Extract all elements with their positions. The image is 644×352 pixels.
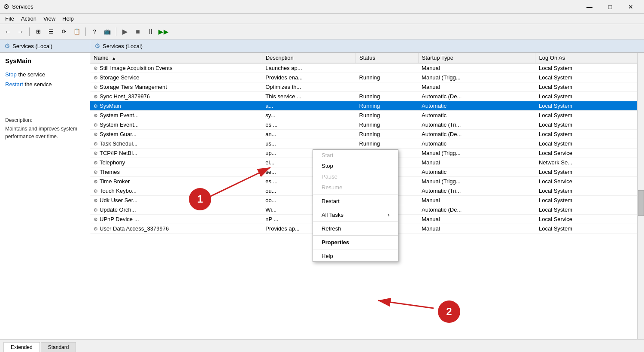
- title-bar: ⚙ Services — □ ✕: [0, 0, 644, 14]
- toolbar: ← → ⊞ ☰ ⟳ 📋 ? 📺 ▶ ■ ⏸ ▶▶: [0, 24, 644, 39]
- context-menu-separator: [313, 249, 398, 249]
- table-row[interactable]: ⚙SysMaina...RunningAutomaticLocal System: [90, 101, 637, 111]
- context-menu-item[interactable]: Stop: [313, 161, 398, 171]
- stop-button[interactable]: ■: [132, 26, 144, 38]
- table-row[interactable]: ⚙Storage Tiers ManagementOptimizes th...…: [90, 82, 637, 92]
- service-logon-cell: Network Se...: [535, 158, 637, 167]
- help-button[interactable]: ?: [88, 26, 100, 38]
- service-logon-cell: Local System: [535, 130, 637, 139]
- service-logon-cell: Local System: [535, 224, 637, 234]
- col-status[interactable]: Status: [356, 53, 419, 63]
- bottom-tabs: Extended Standard: [0, 339, 644, 352]
- step-badge-1: 1: [189, 188, 211, 210]
- service-name-cell: ⚙Telephony: [90, 158, 262, 167]
- service-name-cell: ⚙Update Orch...: [90, 205, 262, 215]
- table-row[interactable]: ⚙Storage ServiceProvides ena...RunningMa…: [90, 73, 637, 82]
- properties-button[interactable]: ☰: [45, 26, 57, 38]
- col-startup[interactable]: Startup Type: [418, 53, 535, 63]
- table-row[interactable]: ⚙Still Image Acquisition EventsLaunches …: [90, 63, 637, 73]
- play-fast-button[interactable]: ▶▶: [158, 26, 170, 38]
- service-name-cell: ⚙Udk User Ser...: [90, 196, 262, 205]
- context-menu-separator: [313, 194, 398, 194]
- service-desc-cell: Optimizes th...: [262, 82, 355, 92]
- step-badge-2: 2: [438, 300, 460, 323]
- col-logon[interactable]: Log On As: [535, 53, 637, 63]
- view-button[interactable]: 📺: [101, 26, 113, 38]
- context-menu-separator: [313, 208, 398, 208]
- tab-extended[interactable]: Extended: [3, 342, 40, 352]
- service-status-cell: Running: [356, 101, 419, 111]
- context-menu-separator: [313, 222, 398, 222]
- context-menu-item[interactable]: Refresh: [313, 223, 398, 234]
- table-row[interactable]: ⚙System Event...sy...RunningAutomaticLoc…: [90, 111, 637, 120]
- stop-service-link[interactable]: Stop: [5, 71, 17, 78]
- context-menu[interactable]: StartStopPauseResumeRestartAll Tasks›Ref…: [313, 149, 398, 262]
- pause-button[interactable]: ⏸: [145, 26, 157, 38]
- export-button[interactable]: 📋: [71, 26, 83, 38]
- service-startup-cell: Manual: [418, 82, 535, 92]
- col-name[interactable]: Name ▲: [90, 53, 262, 63]
- context-menu-item[interactable]: All Tasks›: [313, 209, 398, 220]
- service-logon-cell: Local System: [535, 167, 637, 177]
- context-menu-item[interactable]: Properties: [313, 237, 398, 248]
- app-icon: ⚙: [3, 3, 9, 11]
- service-startup-cell: Manual: [418, 196, 535, 205]
- service-logon-cell: Local System: [535, 92, 637, 101]
- service-name-cell: ⚙Storage Tiers Management: [90, 82, 262, 92]
- close-button[interactable]: ✕: [621, 0, 641, 14]
- window-title: Services: [12, 3, 580, 10]
- service-desc-cell: an...: [262, 130, 355, 139]
- refresh-button[interactable]: ⟳: [58, 26, 70, 38]
- service-name-cell: ⚙User Data Access_3379976: [90, 224, 262, 234]
- right-panel-gear-icon: ⚙: [94, 42, 100, 50]
- service-name-cell: ⚙UPnP Device ...: [90, 215, 262, 224]
- menu-help[interactable]: Help: [59, 15, 77, 23]
- service-startup-cell: Manual (Trigg...: [418, 73, 535, 82]
- maximize-button[interactable]: □: [600, 0, 620, 14]
- service-name-cell: ⚙SysMain: [90, 101, 262, 111]
- minimize-button[interactable]: —: [580, 0, 599, 14]
- service-name-cell: ⚙System Event...: [90, 120, 262, 130]
- context-menu-item[interactable]: Restart: [313, 196, 398, 206]
- restart-service-text: the service: [25, 81, 52, 88]
- show-hide-button[interactable]: ⊞: [32, 26, 44, 38]
- service-logon-cell: Local Service: [535, 149, 637, 158]
- service-logon-cell: Local System: [535, 101, 637, 111]
- table-row[interactable]: ⚙Sync Host_3379976This service ...Runnin…: [90, 92, 637, 101]
- service-desc-cell: This service ...: [262, 92, 355, 101]
- service-startup-cell: Automatic: [418, 111, 535, 120]
- menu-view[interactable]: View: [40, 15, 59, 23]
- service-name-cell: ⚙Touch Keybo...: [90, 186, 262, 196]
- service-name-cell: ⚙Storage Service: [90, 73, 262, 82]
- menu-file[interactable]: File: [2, 15, 18, 23]
- service-status-cell: Running: [356, 120, 419, 130]
- table-row[interactable]: ⚙Task Schedul...us...RunningAutomaticLoc…: [90, 139, 637, 149]
- service-logon-cell: Local System: [535, 82, 637, 92]
- service-logon-cell: Local Service: [535, 177, 637, 186]
- service-name-cell: ⚙TCP/IP NetBl...: [90, 149, 262, 158]
- scrollbar-track[interactable]: [637, 53, 644, 339]
- table-row[interactable]: ⚙System Guar...an...RunningAutomatic (De…: [90, 130, 637, 139]
- restart-service-link[interactable]: Restart: [5, 81, 23, 88]
- back-button[interactable]: ←: [2, 26, 14, 38]
- service-logon-cell: Local System: [535, 196, 637, 205]
- tab-standard[interactable]: Standard: [41, 342, 76, 352]
- toolbar-sep-1: [29, 27, 30, 36]
- forward-button[interactable]: →: [15, 26, 27, 38]
- left-panel-title: Services (Local): [12, 43, 52, 49]
- service-startup-cell: Automatic: [418, 167, 535, 177]
- service-name-cell: ⚙System Event...: [90, 111, 262, 120]
- service-name-cell: ⚙Time Broker: [90, 177, 262, 186]
- table-row[interactable]: ⚙System Event...es ...RunningAutomatic (…: [90, 120, 637, 130]
- service-startup-cell: Automatic: [418, 139, 535, 149]
- service-status-cell: [356, 82, 419, 92]
- service-logon-cell: Local System: [535, 73, 637, 82]
- menu-action[interactable]: Action: [18, 15, 40, 23]
- scrollbar-thumb[interactable]: [638, 190, 644, 216]
- context-menu-item[interactable]: Help: [313, 251, 398, 261]
- col-description[interactable]: Description: [262, 53, 355, 63]
- left-panel-header: ⚙ Services (Local): [0, 39, 90, 53]
- service-logon-cell: Local System: [535, 186, 637, 196]
- play-button[interactable]: ▶: [119, 26, 131, 38]
- service-desc-cell: Provides ena...: [262, 73, 355, 82]
